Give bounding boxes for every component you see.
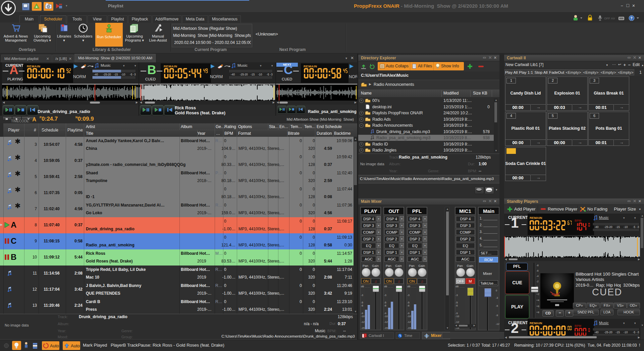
svg-text:?: ? <box>630 16 633 20</box>
svg-text:OFF Air: OFF Air <box>604 17 615 20</box>
